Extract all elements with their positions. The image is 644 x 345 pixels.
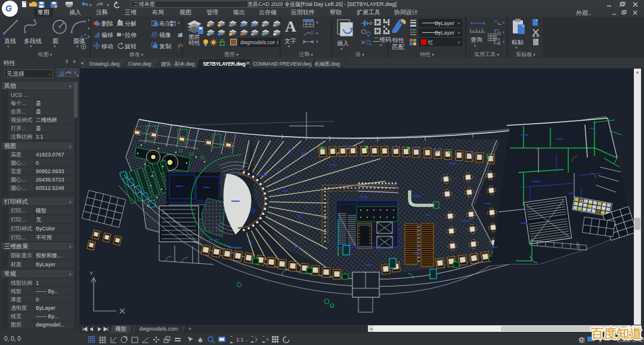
svg-text:Y: Y <box>89 270 93 276</box>
